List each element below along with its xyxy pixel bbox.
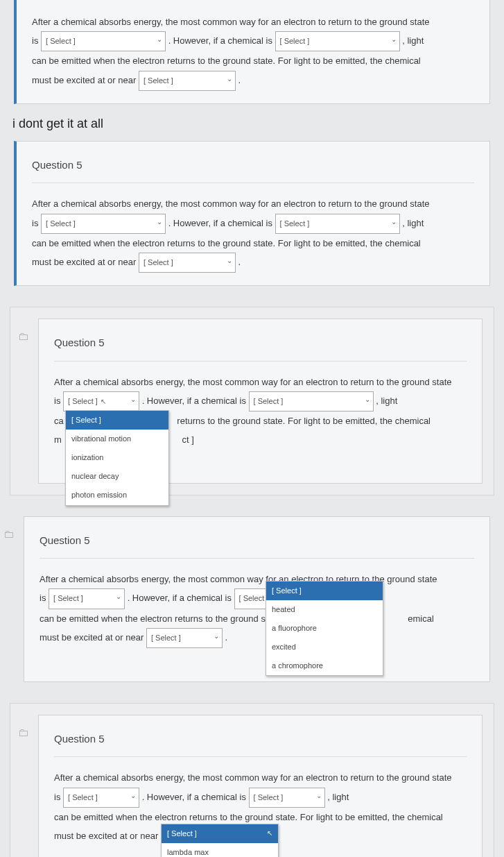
text: must be excited at or near <box>40 632 144 643</box>
select-1[interactable]: [ Select ]↖ <box>63 391 139 411</box>
cursor-icon: ↖ <box>267 826 272 840</box>
text: , light <box>327 792 349 802</box>
dropdown-option[interactable]: [ Select ]↖ <box>162 824 278 843</box>
text-fragment: m <box>54 434 62 445</box>
select-1[interactable]: [ Select ] <box>41 31 166 51</box>
text: can be emitted when the electron returns… <box>32 56 421 66</box>
question-panel-4: 🗀 Question 5 After a chemical absorbs en… <box>24 516 490 682</box>
select-2[interactable]: [ Select ] <box>249 788 325 808</box>
text: is <box>54 792 60 802</box>
text: can be emitted when the electron returns… <box>40 613 281 624</box>
text: must be excited at or near <box>54 831 158 841</box>
dropdown-option[interactable]: photon emission <box>66 486 168 504</box>
bookmark-icon[interactable]: 🗀 <box>18 721 29 745</box>
dropdown-select-1: [ Select ] vibrational motion ionization… <box>65 410 169 505</box>
dropdown-select-2: [ Select ] heated a fluorophore excited … <box>266 581 383 676</box>
question-panel-5: 🗀 Question 5 After a chemical absorbs en… <box>38 715 483 857</box>
select-3[interactable]: [ Select ] <box>139 253 236 273</box>
text: is <box>40 593 46 603</box>
text: . However, if a chemical is <box>168 218 272 228</box>
text: must be excited at or near <box>32 257 136 267</box>
dropdown-option[interactable]: heated <box>266 600 383 619</box>
text: . However, if a chemical is <box>168 35 272 46</box>
text: is <box>32 218 38 228</box>
text: is <box>54 396 60 406</box>
select-2[interactable]: [ Select ] <box>275 214 400 234</box>
text: , light <box>376 396 397 406</box>
dropdown-option[interactable]: a fluorophore <box>266 619 383 638</box>
dropdown-option[interactable]: nuclear decay <box>66 467 168 486</box>
dropdown-option[interactable]: [ Select ] <box>266 582 383 600</box>
dropdown-option[interactable]: excited <box>266 638 383 656</box>
text: can be emitted when the electron returns… <box>32 238 421 248</box>
outer-border-5: 🗀 Question 5 After a chemical absorbs en… <box>10 703 494 857</box>
text: returns to the ground state. For light t… <box>177 416 431 426</box>
text: . However, if a chemical is <box>128 593 232 603</box>
question-panel-2: Question 5 After a chemical absorbs ener… <box>14 141 490 286</box>
dropdown-option[interactable]: lambda max <box>162 843 278 857</box>
text: can be emitted when the electron returns… <box>54 812 443 822</box>
select-2[interactable]: [ Select ] <box>275 31 400 51</box>
text: , light <box>402 35 424 46</box>
dropdown-select-3: [ Select ]↖ lambda max the middle of the… <box>161 824 279 857</box>
question-title: Question 5 <box>54 728 467 758</box>
select-1[interactable]: [ Select ] <box>49 588 125 609</box>
question-title: Question 5 <box>32 154 474 184</box>
text: . <box>238 75 241 85</box>
bookmark-icon[interactable]: 🗀 <box>18 325 29 348</box>
text: After a chemical absorbs energy, the mos… <box>32 17 430 27</box>
select-3[interactable]: [ Select ] <box>146 628 223 648</box>
select-1[interactable]: [ Select ] <box>63 788 139 808</box>
question-title: Question 5 <box>40 529 474 559</box>
text: After a chemical absorbs energy, the mos… <box>32 198 430 209</box>
question-title: Question 5 <box>54 332 467 362</box>
select-3[interactable]: [ Select ] <box>139 71 236 91</box>
question-panel-3: 🗀 Question 5 After a chemical absorbs en… <box>38 319 483 484</box>
outer-border-3: 🗀 Question 5 After a chemical absorbs en… <box>10 307 494 495</box>
text: must be excited at or near <box>32 75 136 85</box>
user-comment: i dont get it at all <box>12 117 504 131</box>
dropdown-option[interactable]: vibrational motion <box>66 430 168 448</box>
bookmark-icon[interactable]: 🗀 <box>3 523 15 546</box>
text: . <box>225 632 228 643</box>
text: is <box>32 35 38 46</box>
dropdown-option[interactable]: ionization <box>66 448 168 467</box>
text: . However, if a chemical is <box>142 792 246 802</box>
text-fragment: ca <box>54 416 64 426</box>
dropdown-option[interactable]: [ Select ] <box>66 411 168 430</box>
text: . <box>238 257 241 267</box>
text: After a chemical absorbs energy, the mos… <box>54 377 452 387</box>
select-2[interactable]: [ Select ] <box>249 391 374 411</box>
text-fragment: ct ] <box>182 434 193 445</box>
cursor-icon: ↖ <box>101 394 106 409</box>
question-panel-top: After a chemical absorbs energy, the mos… <box>14 0 490 104</box>
text: , light <box>402 218 424 228</box>
dropdown-option[interactable]: a chromophore <box>266 656 383 675</box>
text: . However, if a chemical is <box>142 396 246 406</box>
select-1[interactable]: [ Select ] <box>41 214 166 234</box>
text: After a chemical absorbs energy, the mos… <box>54 772 452 783</box>
text-fragment: emical <box>408 613 434 624</box>
